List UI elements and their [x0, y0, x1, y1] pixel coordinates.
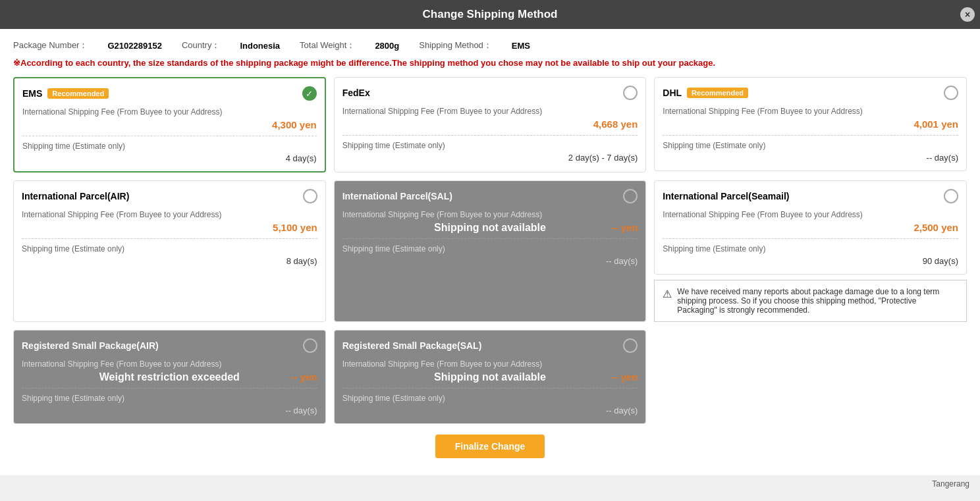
empty-cell [654, 330, 967, 424]
method-name-sal: International Parcel(SAL) [342, 191, 452, 201]
modal-header: Change Shipping Method × [0, 0, 980, 29]
shipping-card-seamail[interactable]: International Parcel(Seamail) Internatio… [654, 180, 967, 275]
time-label-dhl: Shipping time (Estimate only) [663, 141, 958, 150]
time-label-air: Shipping time (Estimate only) [22, 244, 317, 253]
modal-title: Change Shipping Method [423, 8, 558, 20]
fee-label-reg-air: International Shipping Fee (From Buyee t… [22, 359, 317, 369]
shipping-card-reg-air: Registered Small Package(AIR) Internatio… [13, 330, 326, 424]
shipping-card-ems[interactable]: EMS Recommended ✓ International Shipping… [13, 77, 326, 172]
finalize-btn-row: Finalize Change [13, 435, 967, 458]
method-name-seamail: International Parcel(Seamail) [663, 191, 789, 201]
method-name-air: International Parcel(AIR) [22, 191, 129, 201]
modal-body: Package Number： G2102289152 Country： Ind… [0, 29, 980, 475]
weight-label: Total Weight： [300, 40, 355, 51]
shipping-grid-row2: International Parcel(AIR) International … [13, 180, 967, 322]
shipping-card-sal: International Parcel(SAL) International … [334, 180, 647, 322]
fee-label-reg-sal: International Shipping Fee (From Buyee t… [342, 359, 638, 369]
shipping-card-dhl[interactable]: DHL Recommended International Shipping F… [654, 77, 967, 171]
fee-label-sal: International Shipping Fee (From Buyee t… [342, 210, 638, 219]
radio-seamail[interactable] [944, 189, 958, 203]
finalize-button[interactable]: Finalize Change [435, 435, 545, 458]
radio-air[interactable] [303, 189, 317, 203]
bottom-city: Tangerang [0, 475, 980, 492]
shipping-grid-row1: EMS Recommended ✓ International Shipping… [13, 77, 967, 172]
close-button[interactable]: × [960, 7, 975, 22]
time-label-ems: Shipping time (Estimate only) [22, 142, 317, 151]
radio-reg-sal [623, 338, 638, 353]
time-sal: -- day(s) [606, 256, 638, 266]
fee-seamail: 2,500 yen [913, 222, 958, 233]
seamail-warning-box: ⚠ We have received many reports about pa… [654, 280, 967, 322]
time-air: 8 day(s) [286, 256, 317, 266]
shipping-card-fedex[interactable]: FedEx International Shipping Fee (From B… [334, 77, 647, 172]
method-name-reg-air: Registered Small Package(AIR) [22, 340, 159, 351]
package-number-value: G2102289152 [107, 41, 161, 51]
shipping-card-air[interactable]: International Parcel(AIR) International … [13, 180, 326, 322]
radio-dhl[interactable] [944, 86, 958, 100]
radio-reg-air [303, 338, 317, 353]
fee-dhl: 4,001 yen [913, 119, 958, 130]
overlay-reg-air: Weight restriction exceeded [22, 371, 317, 383]
country-value: Indonesia [240, 41, 280, 51]
overlay-reg-sal: Shipping not available [342, 371, 638, 383]
weight-value: 2800g [375, 41, 399, 51]
seamail-warning-text: We have received many reports about pack… [677, 287, 958, 315]
time-label-sal: Shipping time (Estimate only) [342, 244, 638, 253]
method-value: EMS [512, 41, 530, 51]
fee-fedex: 4,668 yen [593, 119, 638, 130]
warning-triangle-icon: ⚠ [663, 288, 672, 300]
fee-air: 5,100 yen [273, 222, 317, 233]
time-label-reg-air: Shipping time (Estimate only) [22, 394, 317, 403]
time-ems: 4 day(s) [286, 153, 317, 163]
fee-label-air: International Shipping Fee (From Buyee t… [22, 210, 317, 219]
method-label: Shipping Method： [419, 40, 492, 51]
method-name-dhl: DHL [663, 88, 682, 98]
radio-ems[interactable]: ✓ [302, 86, 317, 101]
size-warning: ※According to each country, the size sta… [13, 58, 967, 68]
time-reg-air: -- day(s) [285, 406, 317, 415]
method-name-reg-sal: Registered Small Package(SAL) [342, 340, 482, 351]
radio-fedex[interactable] [623, 86, 638, 100]
seamail-col: International Parcel(Seamail) Internatio… [654, 180, 967, 322]
time-label-seamail: Shipping time (Estimate only) [663, 244, 958, 253]
shipping-card-reg-sal: Registered Small Package(SAL) Internatio… [334, 330, 647, 424]
radio-sal [623, 189, 638, 203]
time-fedex: 2 day(s) - 7 day(s) [568, 153, 638, 163]
badge-dhl: Recommended [687, 88, 748, 98]
time-dhl: -- day(s) [927, 153, 958, 163]
package-info: Package Number： G2102289152 Country： Ind… [13, 40, 967, 51]
fee-label-fedex: International Shipping Fee (From Buyee t… [342, 107, 638, 116]
time-label-fedex: Shipping time (Estimate only) [342, 141, 638, 150]
fee-label-seamail: International Shipping Fee (From Buyee t… [663, 210, 958, 219]
fee-label-dhl: International Shipping Fee (From Buyee t… [663, 107, 958, 116]
time-seamail: 90 day(s) [923, 256, 958, 266]
method-name-ems: EMS [22, 88, 42, 99]
fee-label-ems: International Shipping Fee (From Buyee t… [22, 107, 317, 117]
fee-ems: 4,300 yen [272, 119, 317, 130]
time-label-reg-sal: Shipping time (Estimate only) [342, 394, 638, 403]
package-number-label: Package Number： [13, 40, 88, 51]
overlay-sal: Shipping not available [342, 222, 638, 234]
shipping-grid-row3: Registered Small Package(AIR) Internatio… [13, 330, 967, 424]
dhl-col: DHL Recommended International Shipping F… [654, 77, 967, 172]
time-reg-sal: -- day(s) [606, 406, 638, 415]
badge-ems: Recommended [47, 88, 109, 99]
method-name-fedex: FedEx [342, 88, 370, 98]
country-label: Country： [182, 40, 221, 51]
